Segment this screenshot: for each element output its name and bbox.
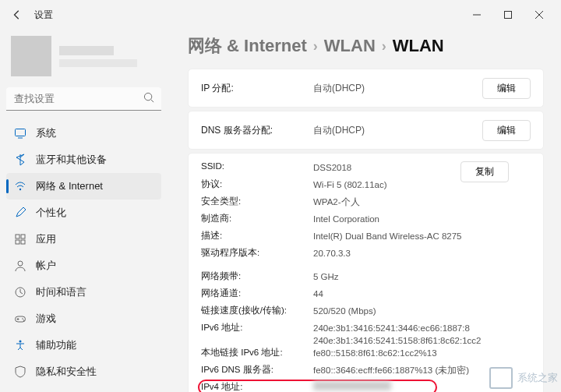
sidebar-item-label: 帐户	[36, 259, 56, 273]
detail-label: IPv4 地址:	[201, 381, 313, 392]
detail-row: 网络通道:44	[201, 288, 531, 305]
detail-label: 描述:	[201, 230, 313, 242]
dns-assignment-value: 自动(DHCP)	[313, 124, 482, 137]
game-icon	[14, 313, 26, 325]
clock-icon	[14, 286, 26, 298]
person-icon	[14, 260, 26, 272]
detail-value: 44	[313, 288, 531, 300]
sidebar-item-person[interactable]: 帐户	[6, 253, 161, 279]
detail-label: 本地链接 IPv6 地址:	[201, 347, 313, 358]
svg-point-15	[23, 320, 25, 321]
breadcrumb-mid[interactable]: WLAN	[324, 36, 376, 56]
svg-point-6	[19, 189, 21, 190]
sidebar-item-shield[interactable]: 隐私和安全性	[6, 358, 161, 385]
sidebar-item-wifi[interactable]: 网络 & Internet	[6, 173, 161, 200]
breadcrumb: 网络 & Internet › WLAN › WLAN	[188, 30, 544, 69]
account-block[interactable]	[6, 30, 161, 87]
account-name-redacted	[59, 46, 114, 55]
copy-button[interactable]: 复制	[460, 161, 509, 182]
sidebar-item-label: 隐私和安全性	[36, 365, 97, 379]
breadcrumb-root[interactable]: 网络 & Internet	[188, 34, 307, 58]
close-button[interactable]	[524, 3, 555, 26]
detail-value: fe80::5158:8f61:8c62:1cc2%13	[313, 347, 531, 359]
dns-edit-button[interactable]: 编辑	[482, 120, 531, 141]
sidebar-item-bluetooth[interactable]: 蓝牙和其他设备	[6, 147, 161, 173]
sidebar-item-label: 辅助功能	[36, 338, 76, 352]
detail-row: IPv6 DNS 服务器:fe80::3646:ecff:fe66:1887%1…	[201, 364, 531, 381]
detail-value: 20.70.3.3	[313, 247, 531, 260]
detail-row: 制造商:Intel Corporation	[201, 213, 531, 230]
sidebar-item-monitor[interactable]: 系统	[6, 120, 161, 147]
monitor-icon	[14, 127, 26, 139]
detail-row: 描述:Intel(R) Dual Band Wireless-AC 8275	[201, 230, 531, 247]
svg-point-11	[18, 261, 23, 266]
shield-icon	[14, 366, 26, 378]
detail-label: IPv6 DNS 服务器:	[201, 364, 313, 376]
detail-value: Intel Corporation	[313, 213, 531, 225]
sidebar-item-update[interactable]: Windows 更新	[6, 385, 161, 392]
detail-row: IPv4 地址:	[201, 381, 531, 392]
detail-label: SSID:	[201, 161, 313, 171]
sidebar-item-label: 应用	[36, 232, 56, 246]
detail-value: 5 GHz	[313, 270, 531, 283]
detail-value: WPA2-个人	[313, 196, 531, 208]
detail-value: Intel(R) Dual Band Wireless-AC 8275	[313, 230, 531, 242]
svg-rect-8	[21, 235, 25, 238]
dns-assignment-label: DNS 服务器分配:	[201, 124, 313, 137]
chevron-right-icon: ›	[382, 38, 386, 55]
ip-edit-button[interactable]: 编辑	[482, 78, 531, 99]
svg-rect-9	[16, 240, 19, 244]
svg-point-16	[19, 341, 22, 343]
detail-value: fe80::3646:ecff:fe66:1887%13 (未加密)	[313, 364, 531, 376]
content: 网络 & Internet › WLAN › WLAN IP 分配: 自动(DH…	[168, 30, 561, 392]
detail-label: 协议:	[201, 178, 313, 190]
search-input[interactable]	[6, 87, 161, 111]
account-email-redacted	[59, 59, 137, 67]
svg-point-14	[22, 318, 23, 320]
window-title: 设置	[34, 9, 53, 22]
back-button[interactable]	[6, 4, 28, 26]
detail-row: IPv6 地址:240e:3b1:3416:5241:3446:ec66:188…	[201, 322, 531, 347]
search-box[interactable]	[6, 87, 161, 111]
detail-row: 安全类型:WPA2-个人	[201, 196, 531, 213]
accessibility-icon	[14, 339, 26, 351]
svg-rect-10	[21, 240, 25, 244]
dns-assignment-card: DNS 服务器分配: 自动(DHCP) 编辑	[188, 111, 544, 150]
detail-value: 520/520 (Mbps)	[313, 305, 531, 317]
ip-assignment-value: 自动(DHCP)	[313, 82, 482, 95]
detail-value	[313, 381, 531, 392]
sidebar-item-label: 游戏	[36, 312, 56, 326]
svg-rect-7	[16, 235, 19, 238]
detail-value: 240e:3b1:3416:5241:3446:ec66:1887:8240e:…	[313, 322, 531, 347]
titlebar: 设置	[0, 0, 561, 30]
maximize-button[interactable]	[492, 3, 524, 26]
minimize-button[interactable]	[461, 3, 492, 26]
sidebar-item-clock[interactable]: 时间和语言	[6, 279, 161, 305]
sidebar-item-label: 系统	[36, 126, 56, 140]
sidebar-item-label: 时间和语言	[36, 285, 86, 299]
breadcrumb-current: WLAN	[393, 36, 444, 56]
ip-assignment-card: IP 分配: 自动(DHCP) 编辑	[188, 69, 544, 108]
svg-line-3	[151, 100, 153, 102]
sidebar-item-accessibility[interactable]: 辅助功能	[6, 332, 161, 358]
sidebar-item-apps[interactable]: 应用	[6, 226, 161, 253]
sidebar-item-brush[interactable]: 个性化	[6, 200, 161, 226]
search-icon	[143, 92, 155, 107]
avatar	[11, 36, 51, 76]
detail-label: 制造商:	[201, 213, 313, 224]
sidebar-item-game[interactable]: 游戏	[6, 305, 161, 332]
detail-label: 驱动程序版本:	[201, 247, 313, 259]
detail-row: 驱动程序版本:20.70.3.3	[201, 247, 531, 264]
detail-row: 本地链接 IPv6 地址:fe80::5158:8f61:8c62:1cc2%1…	[201, 347, 531, 364]
sidebar: 系统蓝牙和其他设备网络 & Internet个性化应用帐户时间和语言游戏辅助功能…	[0, 30, 168, 392]
ip-assignment-label: IP 分配:	[201, 82, 313, 95]
details-card: 复制 SSID:DSS2018协议:Wi-Fi 5 (802.11ac)安全类型…	[188, 153, 544, 392]
detail-row: 链接速度(接收/传输):520/520 (Mbps)	[201, 305, 531, 322]
sidebar-item-label: 个性化	[36, 206, 66, 220]
detail-label: 安全类型:	[201, 196, 313, 207]
sidebar-item-label: 蓝牙和其他设备	[36, 153, 107, 167]
wifi-icon	[14, 180, 26, 192]
nav-list: 系统蓝牙和其他设备网络 & Internet个性化应用帐户时间和语言游戏辅助功能…	[6, 120, 161, 392]
svg-rect-1	[505, 12, 512, 19]
svg-rect-4	[16, 129, 26, 136]
